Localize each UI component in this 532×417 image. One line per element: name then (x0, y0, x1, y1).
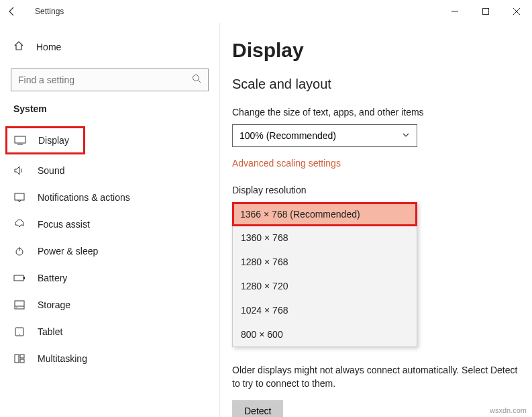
advanced-scaling-link[interactable]: Advanced scaling settings (232, 158, 519, 169)
home-icon (13, 40, 24, 54)
display-icon (14, 136, 26, 145)
resolution-option-selected-highlight: 1366 × 768 (Recommended) (232, 202, 417, 226)
svg-rect-18 (15, 355, 19, 363)
focus-icon (13, 219, 25, 230)
titlebar-left: Settings (4, 3, 64, 19)
nav-label: Power & sleep (38, 246, 98, 257)
sidebar-item-power[interactable]: Power & sleep (0, 238, 219, 265)
resolution-dropdown[interactable]: 1366 × 768 (Recommended) 1360 × 768 1280… (232, 202, 519, 347)
search-box[interactable] (11, 68, 209, 91)
below-resolution: Older displays might not always connect … (232, 363, 519, 417)
nav-label: Sound (38, 165, 64, 176)
sidebar-item-tablet[interactable]: Tablet (0, 318, 219, 345)
main-panel: Display Scale and layout Change the size… (219, 23, 532, 417)
svg-line-5 (199, 81, 201, 83)
power-icon (13, 246, 25, 257)
battery-icon (13, 274, 25, 282)
nav-label: Storage (38, 299, 70, 310)
scale-dropdown[interactable]: 100% (Recommended) (232, 124, 417, 147)
multitasking-icon (13, 354, 25, 363)
resolution-label: Display resolution (232, 185, 519, 195)
search-input[interactable] (18, 75, 183, 85)
resolution-option[interactable]: 1280 × 768 (233, 250, 417, 274)
nav-label: Notifications & actions (38, 192, 130, 203)
resolution-option[interactable]: 1024 × 768 (233, 298, 417, 322)
sidebar-item-display[interactable]: Display (5, 126, 85, 154)
storage-icon (13, 300, 25, 310)
sidebar-item-battery[interactable]: Battery (0, 265, 219, 291)
content: Home System Display Sound (0, 23, 532, 417)
sidebar: Home System Display Sound (0, 23, 219, 417)
section-label: System (13, 103, 209, 114)
resolution-option[interactable]: 1366 × 768 (Recommended) (234, 204, 415, 224)
nav-label: Multitasking (38, 353, 87, 364)
help-text: Older displays might not always connect … (232, 363, 519, 391)
svg-rect-1 (483, 9, 489, 15)
svg-rect-20 (20, 359, 24, 363)
resolution-option[interactable]: 800 × 600 (233, 322, 417, 346)
close-button[interactable] (501, 1, 532, 22)
home-label: Home (36, 42, 61, 52)
sidebar-item-multitasking[interactable]: Multitasking (0, 345, 219, 372)
scale-value: 100% (Recommended) (240, 130, 336, 141)
sidebar-top: Home System (0, 23, 219, 124)
sidebar-item-storage[interactable]: Storage (0, 291, 219, 318)
nav-label: Display (38, 135, 69, 146)
sidebar-item-sound[interactable]: Sound (0, 157, 219, 184)
svg-rect-8 (15, 193, 24, 200)
sidebar-item-focus[interactable]: Focus assist (0, 211, 219, 238)
nav-label: Tablet (38, 326, 62, 337)
page-title: Display (232, 39, 519, 62)
window-controls (439, 1, 532, 22)
svg-rect-13 (15, 301, 24, 309)
sound-icon (13, 166, 25, 175)
nav-label: Battery (38, 273, 67, 283)
svg-point-15 (16, 307, 17, 308)
resolution-option[interactable]: 1360 × 768 (233, 226, 417, 250)
detect-button[interactable]: Detect (232, 400, 283, 417)
app-title: Settings (35, 7, 64, 16)
chevron-down-icon (402, 130, 410, 141)
section-heading: Scale and layout (232, 77, 519, 92)
minimize-button[interactable] (439, 1, 470, 22)
back-button[interactable] (4, 3, 20, 19)
search-icon (192, 74, 201, 86)
svg-rect-11 (14, 275, 23, 281)
svg-rect-6 (15, 136, 25, 143)
svg-point-17 (19, 334, 19, 334)
svg-point-4 (193, 75, 199, 81)
svg-rect-19 (20, 355, 24, 358)
resolution-option[interactable]: 1280 × 720 (233, 274, 417, 298)
tablet-icon (13, 327, 25, 336)
nav-label: Focus assist (38, 219, 90, 230)
home-item[interactable]: Home (11, 35, 209, 59)
resolution-options-list: 1366 × 768 (Recommended) 1360 × 768 1280… (232, 202, 417, 347)
titlebar: Settings (0, 0, 532, 23)
scale-label: Change the size of text, apps, and other… (232, 107, 519, 118)
maximize-button[interactable] (470, 1, 501, 22)
svg-rect-12 (23, 277, 25, 279)
nav-list: Display Sound Notifications & actions Fo… (0, 124, 219, 372)
watermark: wsxdn.com (490, 406, 527, 414)
sidebar-item-notifications[interactable]: Notifications & actions (0, 184, 219, 211)
notifications-icon (13, 193, 25, 202)
